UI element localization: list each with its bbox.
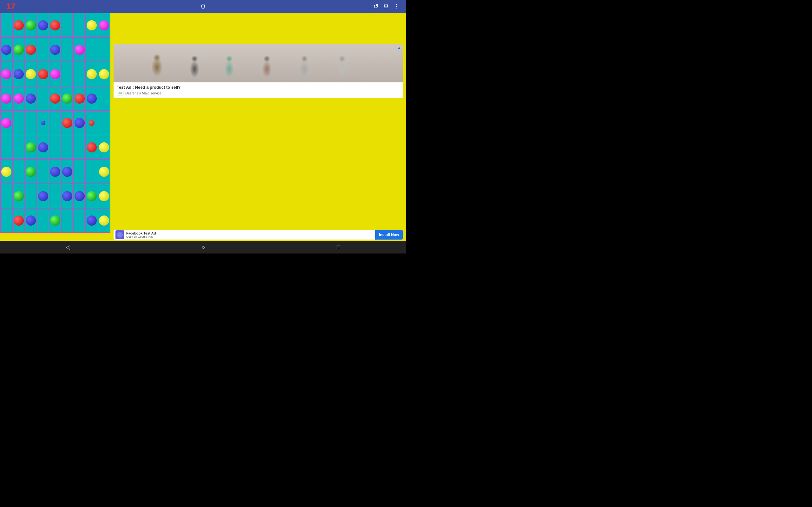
cell[interactable] xyxy=(98,184,110,208)
ball-blue xyxy=(38,142,48,153)
cell[interactable] xyxy=(61,159,73,184)
cell[interactable] xyxy=(49,159,61,184)
cell[interactable] xyxy=(98,208,110,233)
banner-icon-inner xyxy=(117,232,123,238)
cell[interactable] xyxy=(12,208,24,233)
cell[interactable] xyxy=(98,135,110,159)
cell[interactable] xyxy=(73,62,86,86)
cell[interactable] xyxy=(73,208,86,233)
ad-badge: Ad xyxy=(117,91,123,95)
cell[interactable] xyxy=(61,208,73,233)
cell[interactable] xyxy=(73,13,86,38)
cell[interactable] xyxy=(49,135,61,159)
cell[interactable] xyxy=(25,208,37,233)
cell[interactable] xyxy=(86,111,98,135)
cell[interactable] xyxy=(86,86,98,111)
cell[interactable] xyxy=(0,184,12,208)
cell[interactable] xyxy=(25,62,37,86)
cell[interactable] xyxy=(0,38,12,62)
cell[interactable] xyxy=(12,159,24,184)
cell[interactable] xyxy=(86,159,98,184)
cell[interactable] xyxy=(73,111,86,135)
cell[interactable] xyxy=(37,135,49,159)
ball-green xyxy=(14,191,24,201)
cell[interactable] xyxy=(98,159,110,184)
cell[interactable] xyxy=(37,62,49,86)
cell[interactable] xyxy=(61,184,73,208)
cell[interactable] xyxy=(25,111,37,135)
cell[interactable] xyxy=(49,86,61,111)
cell[interactable] xyxy=(86,62,98,86)
cell[interactable] xyxy=(73,135,86,159)
ball-green xyxy=(87,191,97,201)
cell[interactable] xyxy=(73,86,86,111)
cell[interactable] xyxy=(49,184,61,208)
recent-button[interactable]: □ xyxy=(327,244,350,250)
cell[interactable] xyxy=(49,62,61,86)
cell[interactable] xyxy=(0,159,12,184)
cell[interactable] xyxy=(98,38,110,62)
cell[interactable] xyxy=(61,111,73,135)
cell[interactable] xyxy=(98,62,110,86)
cell[interactable] xyxy=(49,111,61,135)
cell[interactable] xyxy=(37,184,49,208)
cell[interactable] xyxy=(61,86,73,111)
cell[interactable] xyxy=(86,208,98,233)
cell[interactable] xyxy=(73,159,86,184)
cell[interactable] xyxy=(98,86,110,111)
cell[interactable] xyxy=(37,38,49,62)
cell[interactable] xyxy=(37,86,49,111)
cell[interactable] xyxy=(0,86,12,111)
cell[interactable] xyxy=(37,159,49,184)
cell[interactable] xyxy=(0,13,12,38)
cell[interactable] xyxy=(49,208,61,233)
bottom-banner-ad: Facebook Test Ad Get it on Google Play I… xyxy=(113,230,403,239)
cell[interactable] xyxy=(0,135,12,159)
home-button[interactable]: ○ xyxy=(192,244,215,250)
cell[interactable] xyxy=(12,38,24,62)
cell[interactable] xyxy=(0,62,12,86)
ad-bottom-space xyxy=(110,98,406,230)
cell[interactable] xyxy=(49,38,61,62)
cell[interactable] xyxy=(0,208,12,233)
cell[interactable] xyxy=(86,38,98,62)
cell[interactable] xyxy=(25,184,37,208)
settings-icon[interactable]: ⚙ xyxy=(383,3,389,10)
cell[interactable] xyxy=(0,111,12,135)
cell[interactable] xyxy=(25,38,37,62)
cell[interactable] xyxy=(12,184,24,208)
undo-icon[interactable]: ↺ xyxy=(373,3,379,10)
cell[interactable] xyxy=(37,208,49,233)
cell[interactable] xyxy=(37,111,49,135)
cell[interactable] xyxy=(25,86,37,111)
cell[interactable] xyxy=(61,135,73,159)
ball-blue xyxy=(62,167,72,177)
cell[interactable] xyxy=(12,111,24,135)
cell[interactable] xyxy=(98,111,110,135)
cell[interactable] xyxy=(61,38,73,62)
cell[interactable] xyxy=(37,13,49,38)
more-icon[interactable]: ⋮ xyxy=(393,3,400,10)
cell[interactable] xyxy=(61,62,73,86)
cell[interactable] xyxy=(12,13,24,38)
cell[interactable] xyxy=(86,184,98,208)
cell[interactable] xyxy=(25,13,37,38)
cell[interactable] xyxy=(86,13,98,38)
back-button[interactable]: ◁ xyxy=(56,244,80,250)
cell[interactable] xyxy=(49,13,61,38)
cell[interactable] xyxy=(73,184,86,208)
ad-corner-icon: ▲ xyxy=(397,46,401,49)
cell[interactable] xyxy=(12,62,24,86)
ball-green xyxy=(14,45,24,55)
cell[interactable] xyxy=(12,86,24,111)
cell[interactable] xyxy=(73,38,86,62)
ball-magenta xyxy=(14,94,24,104)
cell[interactable] xyxy=(12,135,24,159)
cell[interactable] xyxy=(98,13,110,38)
cell[interactable] xyxy=(25,135,37,159)
install-now-button[interactable]: Install Now xyxy=(375,230,403,239)
cell[interactable] xyxy=(25,159,37,184)
cell[interactable] xyxy=(61,13,73,38)
cell[interactable] xyxy=(86,135,98,159)
game-board[interactable] xyxy=(0,13,110,233)
